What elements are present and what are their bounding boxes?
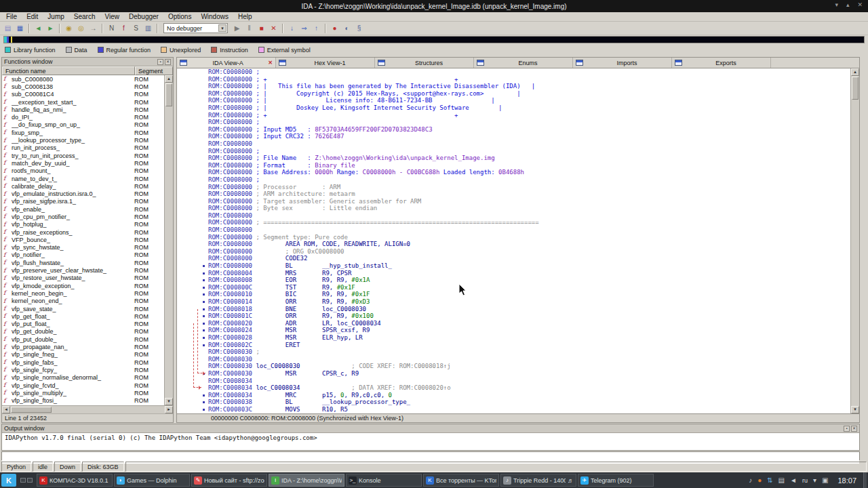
function-row[interactable]: fvfp_put_float_ROM	[2, 321, 164, 328]
stop-process-icon[interactable]: ■	[256, 23, 267, 34]
function-row[interactable]: fvfp_single_fcvtd_ROM	[2, 382, 164, 389]
column-header-segment[interactable]: Segment	[135, 66, 173, 75]
function-row[interactable]: fvfp_single_ftosi_ROM	[2, 396, 164, 404]
task-trippie-redd-1400[interactable]: ♪Trippie Redd - 1400...♬	[500, 474, 576, 487]
scrollbar-thumb[interactable]	[852, 77, 859, 100]
tray-media-icon[interactable]: ♪	[749, 476, 752, 484]
function-row[interactable]: ftry_to_run_init_process_ROM	[2, 152, 164, 159]
pause-process-icon[interactable]: ‖	[243, 23, 255, 34]
disasm-line[interactable]: ROM:C0008000 ; + +	[177, 112, 850, 119]
task-все-торренты-ktorr[interactable]: KВсе торренты — KTorr...	[423, 474, 499, 487]
function-row[interactable]: fvfp_preserve_user_clear_hwstate_ROM	[2, 266, 164, 274]
function-row[interactable]: fvfp_get_float_ROM	[2, 312, 164, 320]
function-row[interactable]: frootfs_mount_ROM	[2, 167, 164, 175]
tab-close-icon[interactable]: ✕	[268, 60, 273, 66]
disasm-line[interactable]: ROM:C0008000 ; | Doskey Lee, Kingsoft In…	[177, 104, 850, 112]
function-row[interactable]: fVFP_bounce_ROM	[2, 236, 164, 243]
scripts-icon[interactable]: §	[353, 23, 365, 34]
scroll-up-icon[interactable]: ▲	[165, 75, 173, 83]
function-row[interactable]: ffixup_smp_ROM	[2, 129, 164, 136]
close-icon[interactable]: ✕	[165, 59, 171, 65]
function-row[interactable]: fcalibrate_delay_ROM	[2, 182, 164, 190]
debugger-select[interactable]: No debugger▼	[163, 23, 228, 33]
disasm-line[interactable]: ROM:C0008000 ;	[177, 148, 850, 155]
task-games-dolphin[interactable]: ◗Games — Dolphin	[114, 474, 190, 487]
disasm-line[interactable]: ROM:C0008000 AREA ROM, CODE, READWRITE, …	[177, 241, 850, 248]
disasm-line[interactable]: ROM:C0008034	[177, 378, 850, 385]
function-row[interactable]: fvfp_flush_hwstate_ROM	[2, 259, 164, 266]
scrollbar-thumb[interactable]	[11, 407, 52, 413]
function-row[interactable]: fvfp_save_state_ROM	[2, 305, 164, 312]
disasm-line[interactable]: ROM:C0008000 ;	[177, 176, 850, 184]
names-window-icon[interactable]: N	[106, 23, 117, 34]
functions-horizontal-scrollbar[interactable]: ◄ ►	[2, 405, 173, 413]
function-row[interactable]: fvfp_hotplug_ROM	[2, 221, 164, 228]
menu-jump[interactable]: Jump	[43, 13, 68, 20]
menu-view[interactable]: View	[100, 13, 125, 20]
function-row[interactable]: frun_init_process_ROM	[2, 144, 164, 152]
disasm-line[interactable]: ROM:C0008028 MSR ELR_hyp, LR	[177, 334, 850, 342]
functions-vertical-scrollbar[interactable]: ▲ ▼	[164, 75, 173, 405]
disassembly-vertical-scrollbar[interactable]: ▲ ▼	[850, 68, 859, 413]
audio-playing-icon[interactable]: ♬	[568, 477, 574, 484]
tray-notifier-icon[interactable]: ▾	[813, 476, 816, 484]
disasm-line[interactable]: ROM:C0008000	[177, 226, 850, 234]
output-window-titlebar[interactable]: Output window ▪ ✕	[2, 424, 859, 433]
function-row[interactable]: fvfp_emulate_instruction.isra.0_ROM	[2, 190, 164, 197]
open-file-icon[interactable]: ▤	[2, 23, 14, 34]
function-row[interactable]: fsub_C0008080ROM	[2, 75, 164, 83]
disasm-line[interactable]: ROM:C0008000 ; Byte sex : Little endian	[177, 205, 850, 212]
tab-exports[interactable]: Exports	[672, 58, 771, 68]
maximize-button[interactable]: ▴	[846, 1, 850, 8]
disasm-line[interactable]: ROM:C0008034 loc_C0008034 ; DATA XREF: R…	[177, 384, 850, 392]
disasm-line[interactable]: ROM:C0008000 ; Base Address: 0000h Range…	[177, 169, 850, 176]
dock-icon[interactable]: ▪	[157, 59, 163, 65]
function-row[interactable]: fvfp_propagate_nan_ROM	[2, 343, 164, 350]
app-launcher-icon[interactable]: K	[1, 474, 16, 487]
menu-options[interactable]: Options	[163, 13, 196, 20]
disasm-line[interactable]: ROM:C0008000 ; Processor : ARM	[177, 184, 850, 191]
close-icon[interactable]: ✕	[851, 426, 857, 432]
scroll-down-icon[interactable]: ▼	[851, 406, 859, 413]
tab-ida-view-a[interactable]: IDA View-A✕	[177, 58, 276, 68]
jump-address-icon[interactable]: →	[87, 23, 99, 34]
dock-icon[interactable]: ▪	[844, 426, 850, 432]
disasm-line[interactable]: ROM:C0008000 CODE32	[177, 255, 850, 262]
menu-debugger[interactable]: Debugger	[124, 13, 163, 20]
scroll-up-icon[interactable]: ▲	[851, 68, 859, 76]
function-row[interactable]: fname_to_dev_t_ROM	[2, 175, 164, 182]
disasm-line[interactable]: ROM:C0008030	[177, 356, 850, 363]
tray-volume-icon[interactable]: ◄	[790, 476, 797, 484]
function-row[interactable]: fvfp_single_fabs_ROM	[2, 359, 164, 366]
functions-window-icon[interactable]: f	[118, 23, 130, 34]
function-row[interactable]: fmatch_dev_by_uuid_ROM	[2, 159, 164, 167]
disasm-line[interactable]: ROM:C0008034 MRC p15, 0, R9,c0,c0, 0	[177, 392, 850, 399]
show-desktop-button[interactable]	[863, 472, 867, 488]
disasm-line[interactable]: ROM:C000801C ORR R9, R9, #0x100	[177, 312, 850, 320]
disasm-line[interactable]: ROM:C0008000 ; Input MD5 : 8F53703A4659F…	[177, 126, 850, 134]
function-row[interactable]: fkernel_neon_begin_ROM	[2, 289, 164, 297]
detach-icon[interactable]: ✕	[268, 23, 279, 34]
disasm-line[interactable]: ROM:C0008000 ; ORG 0xC0008000	[177, 248, 850, 256]
tray-update-icon[interactable]: ●	[757, 476, 762, 484]
disasm-line[interactable]: ROM:C0008000	[177, 212, 850, 220]
segments-icon[interactable]: ▥	[142, 23, 154, 34]
menu-windows[interactable]: Windows	[196, 13, 233, 20]
search-text-icon[interactable]: ◉	[63, 23, 75, 34]
function-row[interactable]: fvfp_notifier_ROM	[2, 251, 164, 259]
watch-icon[interactable]: ◐	[341, 23, 353, 34]
function-row[interactable]: fvfp_enable_ROM	[2, 205, 164, 213]
function-row[interactable]: fhandle_fiq_as_nmi_ROM	[2, 106, 164, 113]
function-row[interactable]: fvfp_sync_hwstate_ROM	[2, 244, 164, 251]
step-into-icon[interactable]: ↓	[286, 23, 298, 34]
step-over-icon[interactable]: ⇒	[298, 23, 310, 34]
disasm-line[interactable]: ROM:C0008010 BIC R9, R9, #0x1F	[177, 291, 850, 298]
tray-network-icon[interactable]: ⇅	[767, 476, 772, 484]
function-row[interactable]: f__do_fixup_smp_on_up_ROM	[2, 121, 164, 129]
disassembly-view[interactable]: ROM:C0008000 ;ROM:C0008000 ; + +ROM:C000…	[177, 68, 850, 413]
function-row[interactable]: fvfp_single_fneg_ROM	[2, 351, 164, 359]
tab-enums[interactable]: Enums	[474, 58, 573, 68]
disasm-line[interactable]: ROM:C0008020 ADR LR, loc_C0008034	[177, 320, 850, 327]
disasm-line[interactable]: ROM:C0008000 ; =========================…	[177, 219, 850, 226]
disasm-line[interactable]: ROM:C0008000 BL __hyp_stub_install_	[177, 262, 850, 270]
